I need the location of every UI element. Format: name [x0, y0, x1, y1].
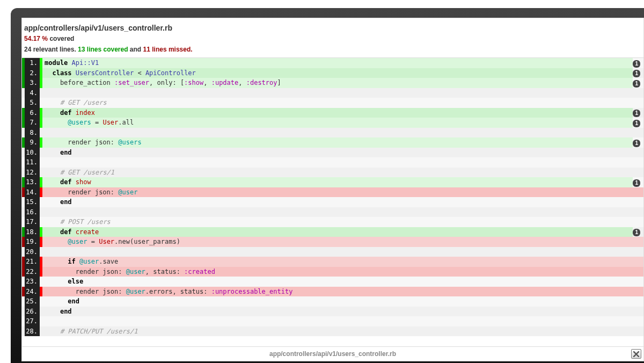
line-number: 14.	[25, 187, 40, 198]
footer-path: app/controllers/api/v1/users_controller.…	[269, 350, 396, 358]
code-text: @users = User.all	[42, 118, 633, 128]
code-text: render json: @users	[42, 137, 633, 148]
line-number: 10.	[25, 148, 40, 158]
code-text: before_action :set_user, only: [:show, :…	[42, 78, 633, 88]
line-number: 2.	[25, 68, 40, 78]
line-number: 19.	[25, 237, 40, 247]
line-number: 12.	[25, 168, 40, 178]
coverage-percent: 54.17 %	[24, 35, 48, 42]
code-text	[42, 207, 643, 217]
source-line: 12. # GET /users/1	[22, 168, 643, 178]
line-number: 1.	[25, 58, 40, 68]
line-number: 20.	[25, 247, 40, 257]
code-text: def show	[42, 177, 633, 187]
code-text: def create	[42, 227, 633, 237]
code-text: # PATCH/PUT /users/1	[42, 326, 643, 337]
code-text: # GET /users	[42, 98, 643, 108]
code-text: end	[42, 197, 643, 207]
source-line: 20.	[22, 247, 643, 257]
code-text: else	[42, 277, 643, 287]
close-button[interactable]	[631, 349, 641, 359]
source-line: 26. end	[22, 307, 643, 317]
source-line: 18. def create1	[22, 227, 643, 237]
hit-count-badge: 1	[633, 80, 640, 88]
code-text: render json: @user, status: :created	[42, 267, 643, 277]
code-text: render json: @user.errors, status: :unpr…	[42, 287, 643, 297]
line-number: 11.	[25, 157, 40, 168]
source-listing: 1.module Api::V112. class UsersControlle…	[22, 57, 643, 347]
source-line: 27.	[22, 316, 643, 326]
line-number: 4.	[25, 88, 40, 98]
source-panel: app/controllers/api/v1/users_controller.…	[21, 18, 644, 361]
hit-count-badge: 1	[633, 110, 640, 117]
line-number: 21.	[25, 257, 40, 267]
source-line: 10. end	[22, 148, 643, 158]
relevant-label: relevant lines.	[33, 46, 76, 53]
line-number: 8.	[25, 128, 40, 138]
line-number: 9.	[25, 137, 40, 148]
line-number: 18.	[25, 227, 40, 237]
line-number: 17.	[25, 217, 40, 227]
code-text	[42, 316, 643, 326]
source-line: 24. render json: @user.errors, status: :…	[22, 287, 643, 297]
code-text: @user = User.new(user_params)	[42, 237, 643, 247]
source-line: 17. # POST /users	[22, 217, 643, 227]
source-line: 5. # GET /users	[22, 98, 643, 108]
line-number: 24.	[25, 287, 40, 297]
covered-label: covered	[49, 35, 74, 42]
source-line: 1.module Api::V11	[22, 58, 643, 68]
coverage-summary: 24 relevant lines. 13 lines covered and …	[24, 46, 639, 53]
code-text: class UsersController < ApiController	[42, 68, 633, 78]
code-text: end	[42, 148, 643, 158]
hit-count-badge: 1	[633, 179, 640, 187]
source-line: 25. end	[22, 296, 643, 307]
code-text: module Api::V1	[42, 58, 633, 68]
code-text: end	[42, 296, 643, 307]
source-line: 13. def show1	[22, 177, 643, 187]
source-line: 22. render json: @user, status: :created	[22, 267, 643, 277]
source-line: 11.	[22, 157, 643, 168]
code-text: render json: @user	[42, 187, 643, 198]
source-line: 21. if @user.save	[22, 257, 643, 267]
line-number: 25.	[25, 296, 40, 307]
line-number: 13.	[25, 177, 40, 187]
lines-missed-count: 11	[143, 46, 150, 53]
source-line: 4.	[22, 88, 643, 98]
line-number: 23.	[25, 277, 40, 287]
code-text	[42, 157, 643, 168]
lines-covered-count: 13	[78, 46, 85, 53]
relevant-count: 24	[24, 46, 31, 53]
code-text: def index	[42, 108, 633, 118]
hit-count-badge: 1	[633, 120, 640, 127]
lines-missed-label: lines missed.	[152, 46, 192, 53]
source-line: 9. render json: @users1	[22, 137, 643, 148]
line-number: 15.	[25, 197, 40, 207]
code-text	[42, 247, 643, 257]
hit-count-badge: 1	[633, 60, 640, 68]
line-number: 16.	[25, 207, 40, 217]
code-text: if @user.save	[42, 257, 643, 267]
hit-count-badge: 1	[633, 140, 640, 147]
source-line: 28. # PATCH/PUT /users/1	[22, 326, 643, 337]
source-header: app/controllers/api/v1/users_controller.…	[22, 18, 643, 57]
code-text: # GET /users/1	[42, 168, 643, 178]
line-number: 6.	[25, 108, 40, 118]
source-line: 2. class UsersController < ApiController…	[22, 68, 643, 78]
modal-frame: app/controllers/api/v1/users_controller.…	[11, 8, 644, 363]
source-line: 23. else	[22, 277, 643, 287]
source-line: 16.	[22, 207, 643, 217]
source-line: 14. render json: @user	[22, 187, 643, 198]
line-number: 5.	[25, 98, 40, 108]
code-text	[42, 128, 643, 138]
line-number: 7.	[25, 118, 40, 128]
source-line: 15. end	[22, 197, 643, 207]
hit-count-badge: 1	[633, 70, 640, 77]
code-text	[42, 88, 643, 98]
line-number: 22.	[25, 267, 40, 277]
close-icon	[633, 351, 639, 357]
file-title: app/controllers/api/v1/users_controller.…	[24, 24, 639, 32]
source-line: 3. before_action :set_user, only: [:show…	[22, 78, 643, 88]
source-line: 7. @users = User.all1	[22, 118, 643, 128]
source-line: 6. def index1	[22, 108, 643, 118]
source-line: 8.	[22, 128, 643, 138]
